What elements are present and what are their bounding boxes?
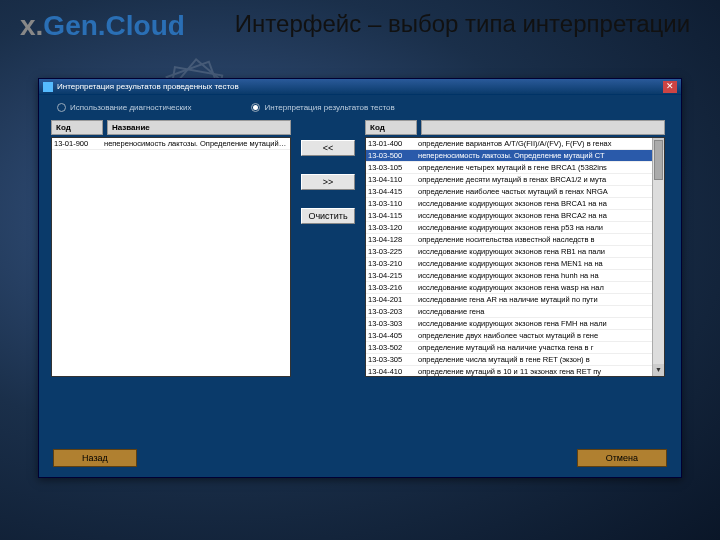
list-item[interactable]: 13-03-105определение четырех мутаций в г… (366, 162, 664, 174)
app-window: Интерпретация результатов проведенных те… (38, 78, 682, 478)
radio-diagnostic[interactable]: Использование диагностических (57, 103, 191, 112)
logo-cloud: Cloud (106, 10, 185, 41)
radio-group: Использование диагностических Интерпрета… (39, 95, 681, 116)
slide-header: x.Gen.Cloud Интерфейс – выбор типа интер… (0, 0, 720, 47)
list-item[interactable]: 13-03-210исследование кодирующих экзонов… (366, 258, 664, 270)
column-header-code[interactable]: Код (51, 120, 103, 135)
window-titlebar: Интерпретация результатов проведенных те… (39, 79, 681, 95)
list-item[interactable]: 13-04-128определение носительства извест… (366, 234, 664, 246)
list-item[interactable]: 13-04-201исследование гена AR на наличие… (366, 294, 664, 306)
radio-interpretation[interactable]: Интерпретация результатов тестов (251, 103, 394, 112)
list-item[interactable]: 13-04-415определение наиболее частых мут… (366, 186, 664, 198)
available-tests-panel: Код 13-01-400определение вариантов A/T/G… (365, 120, 665, 377)
list-item[interactable]: 13-03-502определение мутаций на наличие … (366, 342, 664, 354)
radio-label: Интерпретация результатов тестов (264, 103, 394, 112)
back-button[interactable]: Назад (53, 449, 137, 467)
column-header-name[interactable]: Название (107, 120, 291, 135)
list-item[interactable]: 13-04-215исследование кодирующих экзонов… (366, 270, 664, 282)
slide-title: Интерфейс – выбор типа интерпретации (225, 10, 700, 39)
radio-dot-icon (251, 103, 260, 112)
close-button[interactable]: ✕ (663, 81, 677, 93)
list-item[interactable]: 13-04-410определение мутаций в 10 и 11 э… (366, 366, 664, 377)
list-item[interactable]: 13-04-110определение десяти мутаций в ге… (366, 174, 664, 186)
list-item[interactable]: 13-04-115исследование кодирующих экзонов… (366, 210, 664, 222)
footer-buttons: Назад Отмена (39, 449, 681, 467)
list-item[interactable]: 13-01-900непереносимость лактозы. Опреде… (52, 138, 290, 150)
cancel-button[interactable]: Отмена (577, 449, 667, 467)
list-item[interactable]: 13-01-400определение вариантов A/T/G(FII… (366, 138, 664, 150)
list-item[interactable]: 13-04-405определение двух наиболее часты… (366, 330, 664, 342)
radio-dot-icon (57, 103, 66, 112)
list-item[interactable]: 13-03-225исследование кодирующих экзонов… (366, 246, 664, 258)
logo-gen: Gen. (43, 10, 105, 41)
list-item[interactable]: 13-03-120исследование кодирующих экзонов… (366, 222, 664, 234)
selected-tests-list[interactable]: 13-01-900непереносимость лактозы. Опреде… (51, 137, 291, 377)
scrollbar[interactable]: ▲ ▼ (652, 138, 664, 376)
logo-prefix: x. (20, 10, 43, 41)
list-item[interactable]: 13-03-203исследование гена (366, 306, 664, 318)
window-icon (43, 82, 53, 92)
move-right-button[interactable]: >> (301, 174, 355, 190)
logo: x.Gen.Cloud (20, 10, 185, 42)
list-item[interactable]: 13-03-500непереносимость лактозы. Опреде… (366, 150, 664, 162)
list-item[interactable]: 13-03-305определение числа мутаций в ген… (366, 354, 664, 366)
window-title: Интерпретация результатов проведенных те… (57, 82, 239, 91)
move-left-button[interactable]: << (301, 140, 355, 156)
list-item[interactable]: 13-03-303исследование кодирующих экзонов… (366, 318, 664, 330)
column-header-name (421, 120, 665, 135)
list-item[interactable]: 13-03-216исследование кодирующих экзонов… (366, 282, 664, 294)
scroll-down-icon[interactable]: ▼ (653, 364, 664, 376)
selected-tests-panel: Код Название 13-01-900непереносимость ла… (51, 120, 291, 377)
list-item[interactable]: 13-03-110исследование кодирующих экзонов… (366, 198, 664, 210)
radio-label: Использование диагностических (70, 103, 191, 112)
column-header-code[interactable]: Код (365, 120, 417, 135)
available-tests-list[interactable]: 13-01-400определение вариантов A/T/G(FII… (365, 137, 665, 377)
transfer-buttons: << >> Очистить (299, 120, 357, 377)
clear-button[interactable]: Очистить (301, 208, 355, 224)
scroll-thumb[interactable] (654, 140, 663, 180)
